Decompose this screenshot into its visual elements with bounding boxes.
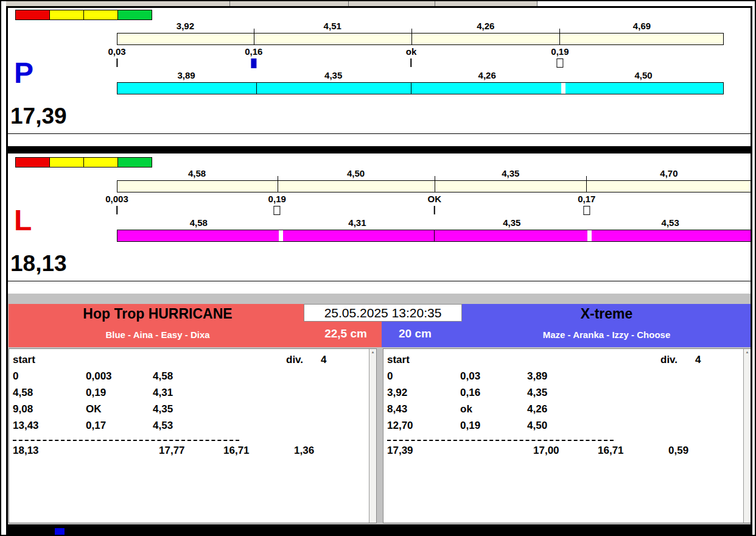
table-cell: 4,58 — [13, 387, 33, 399]
table-cell: 4,35 — [527, 387, 547, 399]
split-bar-bottom — [117, 82, 724, 94]
status-flags — [15, 157, 152, 168]
marker-label: OK — [428, 194, 442, 205]
flag-segment — [117, 10, 152, 20]
split-time: 3,92 — [177, 21, 194, 31]
exchange-marker: 0,03 — [108, 46, 125, 69]
flag-segment — [83, 157, 118, 168]
datetime: 25.05.2025 13:20:35 — [304, 304, 462, 322]
split-time: 4,35 — [503, 217, 520, 228]
segment-tick — [411, 29, 412, 34]
exchange-marker: 0,19 — [551, 46, 569, 70]
table-cell: 0 — [387, 370, 393, 383]
split-time: 4,35 — [502, 168, 519, 178]
open-box-icon — [583, 206, 590, 215]
result-table: startdiv.400,0034,584,580,194,319,08OK4,… — [9, 349, 369, 523]
table-row: 00,0034,58 — [9, 370, 369, 387]
panel-separator — [8, 146, 751, 153]
scrollbar[interactable]: ▲ — [369, 349, 376, 523]
team-dogs: Maze - Aranka - Izzy - Choose — [462, 330, 751, 340]
status-flags — [15, 10, 152, 20]
exchange-marker: ok — [406, 46, 417, 69]
segment-divider — [256, 83, 257, 94]
team-name: X-treme — [462, 306, 751, 322]
separator-dashes — [9, 436, 369, 445]
lane-total-time: 18,13 — [10, 252, 67, 275]
segment-gap — [587, 230, 592, 241]
split-time: 4,58 — [190, 217, 208, 228]
panel-divider — [8, 133, 751, 134]
table-cell: 3,92 — [387, 387, 407, 399]
table-cell: 0,16 — [460, 387, 480, 399]
scroll-up-icon[interactable]: ▲ — [369, 349, 376, 355]
table-cell: ok — [460, 403, 472, 415]
exchange-marker: OK — [428, 194, 442, 217]
change-markers: 0,0030,19OK0,17 — [117, 194, 751, 217]
table-cell: 0,19 — [86, 387, 106, 399]
segment-divider — [278, 181, 278, 192]
table-cell: 0 — [13, 370, 18, 383]
marker-label: ok — [406, 46, 417, 57]
table-cell: 0,17 — [86, 420, 106, 432]
table-cell: 0,03 — [460, 370, 480, 383]
timeline-panel-P: 3,924,514,264,69 0,030,16ok0,19 3,894,35… — [8, 9, 751, 146]
segment-tick — [278, 176, 278, 181]
scrollbar[interactable]: ▲ — [743, 349, 751, 523]
table-cell: OK — [86, 403, 102, 415]
segment-divider — [559, 34, 560, 44]
tick-icon — [411, 58, 412, 67]
segment-gap — [279, 230, 283, 241]
marker-label: 0,003 — [105, 194, 128, 205]
exchange-marker: 0,003 — [105, 194, 128, 217]
flag-segment — [49, 157, 84, 168]
split-time: 4,26 — [477, 21, 494, 31]
open-box-icon — [556, 58, 563, 68]
table-header-row: startdiv.4 — [9, 354, 369, 370]
split-time: 4,26 — [478, 70, 496, 80]
separator-dashes — [383, 436, 743, 445]
taskbar-item[interactable] — [55, 528, 65, 535]
table-cell: 8,43 — [387, 403, 407, 415]
split-time: 3,89 — [177, 70, 195, 80]
result-panel-right: startdiv.400,033,893,920,164,358,43ok4,2… — [383, 348, 751, 523]
segment-tick — [435, 176, 435, 181]
segment-divider — [254, 34, 254, 44]
split-times-bottom: 4,584,314,354,53 — [117, 217, 751, 228]
table-row: 13,430,174,53 — [9, 420, 369, 436]
table-cell: 3,89 — [527, 370, 547, 383]
split-bar-top — [117, 180, 751, 192]
table-cell: 4,50 — [527, 420, 547, 432]
split-time: 4,53 — [662, 217, 679, 228]
start-label: start — [387, 354, 410, 366]
marker-label: 0,16 — [245, 46, 262, 57]
split-time: 4,51 — [324, 21, 341, 31]
lane-letter: L — [14, 206, 32, 235]
scroll-up-icon[interactable]: ▲ — [744, 349, 751, 355]
table-cell: 4,31 — [153, 387, 173, 399]
flag-segment — [15, 157, 50, 168]
result-panel-left: startdiv.400,0034,584,580,194,319,08OK4,… — [9, 348, 377, 523]
lane-letter: P — [14, 58, 33, 88]
total-cell: 17,00 — [533, 445, 559, 457]
segment-divider — [435, 181, 435, 192]
flag-segment — [49, 10, 84, 20]
totals-row: 18,1317,7716,711,36 — [9, 445, 369, 461]
total-cell: 16,71 — [598, 445, 624, 457]
tick-icon — [434, 206, 435, 214]
segment-tick — [586, 176, 587, 181]
marker-label: 0,19 — [268, 194, 286, 205]
total-cell: 0,59 — [668, 445, 688, 457]
total-cell: 18,13 — [13, 445, 39, 457]
timeline-panel-L: 4,584,504,354,70 0,0030,19OK0,17 4,584,3… — [8, 156, 751, 294]
window-tabs[interactable] — [6, 1, 752, 6]
tab-strip-right — [537, 1, 752, 6]
div-value: 4 — [321, 354, 326, 366]
split-bar-top — [117, 33, 724, 45]
split-time: 4,50 — [347, 168, 365, 178]
tick-icon — [116, 58, 117, 67]
split-time: 4,31 — [348, 217, 366, 228]
table-cell: 0,003 — [86, 370, 112, 383]
open-box-icon — [274, 206, 281, 215]
total-cell: 17,77 — [159, 445, 185, 457]
segment-divider — [586, 181, 587, 192]
